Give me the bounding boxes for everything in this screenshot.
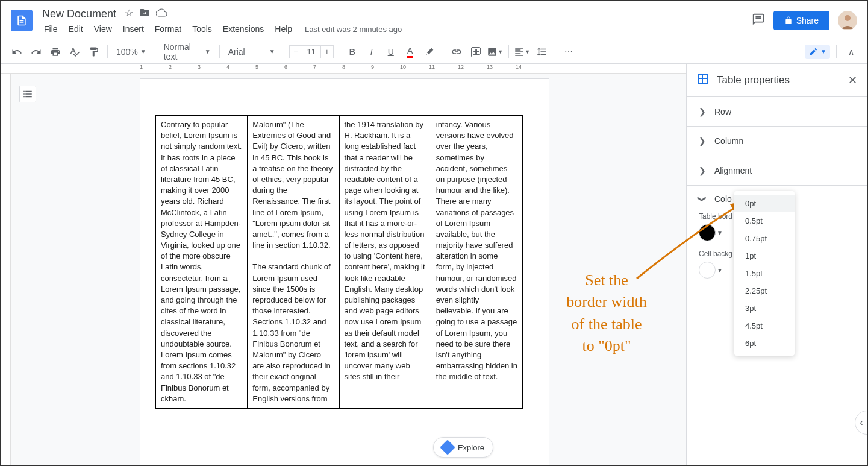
editing-mode-button[interactable]: ▼ xyxy=(805,45,830,59)
share-button-label: Share xyxy=(796,16,819,25)
spellcheck-button[interactable] xyxy=(66,43,83,60)
chevron-down-icon: ❯ xyxy=(698,195,707,203)
document-canvas[interactable]: 1234567891011121314 Contrary to popular … xyxy=(1,64,686,465)
print-button[interactable] xyxy=(47,43,64,60)
insert-image-button[interactable]: ▼ xyxy=(487,43,504,60)
show-sidepanel-button[interactable]: ‹ xyxy=(855,411,868,435)
dropdown-option-0.75pt[interactable]: 0.75pt xyxy=(734,230,795,247)
add-comment-button[interactable] xyxy=(467,43,484,60)
more-button[interactable]: ⋯ xyxy=(560,43,577,60)
section-label-row: Row xyxy=(714,107,731,116)
sidebar-section-column[interactable]: ❯ Column xyxy=(687,126,867,156)
move-icon[interactable] xyxy=(139,7,150,20)
dropdown-option-0.5pt[interactable]: 0.5pt xyxy=(734,212,795,230)
header-bar: New Document ☆ File Edit View Insert For… xyxy=(1,1,867,40)
border-color-black xyxy=(699,224,716,241)
zoom-select[interactable]: 100% ▼ xyxy=(113,43,150,60)
explore-button[interactable]: Explore xyxy=(433,437,493,458)
font-value: Arial xyxy=(228,47,245,57)
document-title[interactable]: New Document xyxy=(40,8,119,20)
zoom-value: 100% xyxy=(116,47,138,57)
star-icon[interactable]: ☆ xyxy=(125,7,133,20)
sidebar-section-row[interactable]: ❯ Row xyxy=(687,96,867,126)
comments-icon[interactable] xyxy=(752,13,765,28)
dropdown-option-1pt[interactable]: 1pt xyxy=(734,247,795,265)
chevron-right-icon: ❯ xyxy=(699,107,706,116)
account-avatar[interactable] xyxy=(838,11,857,30)
menu-extensions[interactable]: Extensions xyxy=(219,23,268,35)
style-select[interactable]: Normal text ▼ xyxy=(160,43,214,60)
cloud-status-icon[interactable] xyxy=(156,7,167,20)
content-table[interactable]: Contrary to popular belief, Lorem Ipsum … xyxy=(155,115,523,409)
menu-help[interactable]: Help xyxy=(270,23,296,35)
dropdown-option-4.5pt[interactable]: 4.5pt xyxy=(734,317,795,335)
sidebar-section-alignment[interactable]: ❯ Alignment xyxy=(687,156,867,185)
page: Contrary to popular belief, Lorem Ipsum … xyxy=(140,78,549,465)
bold-button[interactable]: B xyxy=(344,43,361,60)
section-label-column: Column xyxy=(714,136,743,146)
menu-edit[interactable]: Edit xyxy=(64,23,87,35)
undo-button[interactable] xyxy=(8,43,25,60)
outline-toggle-button[interactable] xyxy=(19,86,36,102)
docs-logo[interactable] xyxy=(11,10,33,31)
menu-file[interactable]: File xyxy=(40,23,62,35)
paint-format-button[interactable] xyxy=(86,43,102,60)
font-size-decrease[interactable]: − xyxy=(289,45,302,58)
close-sidebar-button[interactable]: ✕ xyxy=(848,74,857,87)
collapse-toolbar-button[interactable]: ∧ xyxy=(843,43,860,60)
table-icon xyxy=(696,72,710,88)
svg-point-1 xyxy=(845,15,851,21)
menu-tools[interactable]: Tools xyxy=(188,23,216,35)
menu-view[interactable]: View xyxy=(90,23,116,35)
font-select[interactable]: Arial ▼ xyxy=(225,43,279,60)
vertical-ruler[interactable] xyxy=(1,74,11,465)
explore-icon xyxy=(440,439,455,455)
table-cell-2[interactable]: Malorum" (The Extremes of Good and Evil)… xyxy=(248,116,339,409)
font-size-increase[interactable]: + xyxy=(320,45,334,58)
highlight-button[interactable] xyxy=(421,43,438,60)
table-cell-3[interactable]: the 1914 translation by H. Rackham. It i… xyxy=(339,116,431,409)
chevron-right-icon: ❯ xyxy=(699,166,706,175)
underline-button[interactable]: U xyxy=(382,43,399,60)
menu-format[interactable]: Format xyxy=(151,23,186,35)
dropdown-option-0pt[interactable]: 0pt xyxy=(734,195,795,212)
redo-button[interactable] xyxy=(28,43,45,60)
insert-link-button[interactable] xyxy=(448,43,465,60)
table-cell-4[interactable]: infancy. Various versions have evolved o… xyxy=(431,116,522,409)
table-cell-1[interactable]: Contrary to popular belief, Lorem Ipsum … xyxy=(156,116,248,409)
dropdown-option-2.25pt[interactable]: 2.25pt xyxy=(734,282,795,300)
dropdown-option-3pt[interactable]: 3pt xyxy=(734,300,795,317)
border-width-dropdown: 0pt 0.5pt 0.75pt 1pt 1.5pt 2.25pt 3pt 4.… xyxy=(734,191,795,356)
section-label-color: Colo xyxy=(714,194,732,204)
menu-insert[interactable]: Insert xyxy=(119,23,148,35)
dropdown-option-1.5pt[interactable]: 1.5pt xyxy=(734,265,795,282)
menubar: File Edit View Insert Format Tools Exten… xyxy=(40,23,752,35)
horizontal-ruler[interactable]: 1234567891011121314 xyxy=(1,64,686,74)
line-spacing-button[interactable] xyxy=(533,43,550,60)
chevron-right-icon: ❯ xyxy=(699,136,706,146)
share-button[interactable]: Share xyxy=(773,11,829,30)
section-label-alignment: Alignment xyxy=(714,166,752,175)
font-size-input[interactable]: 11 xyxy=(302,45,320,58)
sidebar-title: Table properties xyxy=(717,74,841,86)
cell-bg-white xyxy=(699,262,716,279)
text-color-button[interactable]: A xyxy=(402,43,419,60)
align-button[interactable]: ▼ xyxy=(514,43,531,60)
toolbar: 100% ▼ Normal text ▼ Arial ▼ − 11 + B I … xyxy=(1,40,867,64)
style-value: Normal text xyxy=(164,42,202,61)
explore-label: Explore xyxy=(458,443,484,452)
italic-button[interactable]: I xyxy=(363,43,380,60)
dropdown-option-6pt[interactable]: 6pt xyxy=(734,335,795,352)
last-edit-link[interactable]: Last edit was 2 minutes ago xyxy=(305,25,402,34)
